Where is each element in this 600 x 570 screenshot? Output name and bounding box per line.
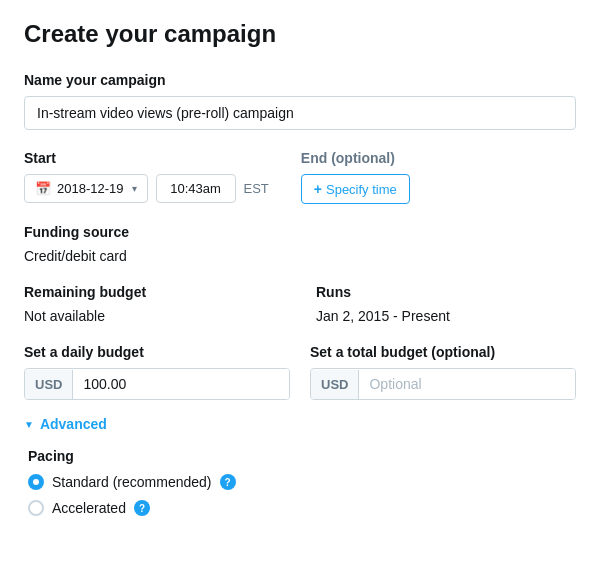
pacing-standard-help-icon[interactable]: ? [220,474,236,490]
plus-icon: + [314,181,322,197]
remaining-budget-col: Remaining budget Not available [24,284,284,324]
pacing-accelerated-label: Accelerated [52,500,126,516]
runs-col: Runs Jan 2, 2015 - Present [316,284,576,324]
daily-budget-label: Set a daily budget [24,344,290,360]
triangle-down-icon: ▼ [24,419,34,430]
campaign-name-input[interactable] [24,96,576,130]
pacing-accelerated-radio[interactable] [28,500,44,516]
runs-label: Runs [316,284,576,300]
budget-info-row: Remaining budget Not available Runs Jan … [24,284,576,324]
campaign-name-group: Name your campaign [24,72,576,130]
remaining-budget-value: Not available [24,308,284,324]
daily-budget-input[interactable] [73,369,289,399]
daily-budget-currency: USD [25,370,73,399]
pacing-standard-radio[interactable] [28,474,44,490]
date-row: Start 📅 2018-12-19 ▾ EST End (optional) … [24,150,576,204]
advanced-toggle[interactable]: ▼ Advanced [24,416,576,432]
start-timezone: EST [244,181,269,196]
runs-value: Jan 2, 2015 - Present [316,308,576,324]
budget-row: Set a daily budget USD Set a total budge… [24,344,576,400]
start-label: Start [24,150,269,166]
pacing-accelerated-option[interactable]: Accelerated ? [28,500,576,516]
start-time-input[interactable] [156,174,236,203]
calendar-icon: 📅 [35,181,51,196]
specify-time-button[interactable]: + Specify time [301,174,410,204]
total-budget-group: Set a total budget (optional) USD [310,344,576,400]
total-budget-currency: USD [311,370,359,399]
total-budget-input[interactable] [359,369,575,399]
daily-budget-input-wrapper: USD [24,368,290,400]
pacing-section: Pacing Standard (recommended) ? Accelera… [28,448,576,516]
funding-source-group: Funding source Credit/debit card [24,224,576,264]
funding-source-value: Credit/debit card [24,248,576,264]
pacing-standard-option[interactable]: Standard (recommended) ? [28,474,576,490]
end-date-controls: + Specify time [301,174,410,204]
advanced-section: ▼ Advanced Pacing Standard (recommended)… [24,416,576,516]
start-date-controls: 📅 2018-12-19 ▾ EST [24,174,269,203]
daily-budget-group: Set a daily budget USD [24,344,290,400]
campaign-name-label: Name your campaign [24,72,576,88]
specify-time-label: Specify time [326,182,397,197]
funding-source-label: Funding source [24,224,576,240]
advanced-label: Advanced [40,416,107,432]
pacing-standard-label: Standard (recommended) [52,474,212,490]
end-date-col: End (optional) + Specify time [301,150,410,204]
total-budget-input-wrapper: USD [310,368,576,400]
pacing-accelerated-help-icon[interactable]: ? [134,500,150,516]
page-title: Create your campaign [24,20,576,48]
chevron-down-icon: ▾ [132,183,137,194]
end-label: End (optional) [301,150,410,166]
start-date-col: Start 📅 2018-12-19 ▾ EST [24,150,269,203]
start-date-value: 2018-12-19 [57,181,124,196]
start-date-dropdown[interactable]: 📅 2018-12-19 ▾ [24,174,148,203]
pacing-label: Pacing [28,448,576,464]
remaining-budget-label: Remaining budget [24,284,284,300]
total-budget-label: Set a total budget (optional) [310,344,576,360]
